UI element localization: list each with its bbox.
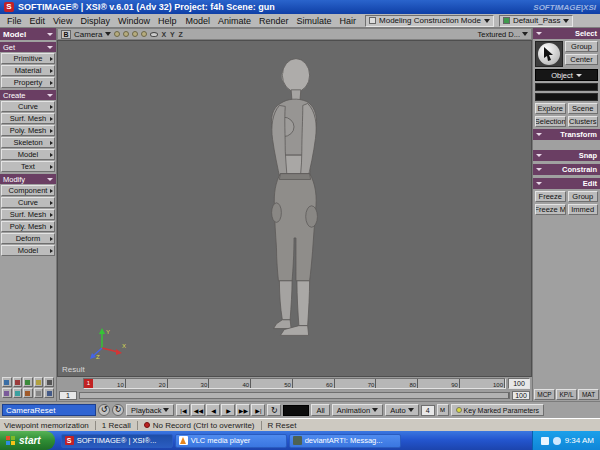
memo-cam-button[interactable] (141, 31, 147, 37)
chevron-down-icon (47, 94, 53, 97)
tool-icon[interactable] (34, 377, 44, 387)
timeline-ruler[interactable]: 1 102030405060708090100 (83, 378, 506, 389)
transport-button[interactable]: ▶▶ (236, 404, 250, 416)
toolbar-button[interactable]: Text (1, 161, 55, 172)
taskbar-app-xsi[interactable]: S SOFTIMAGE® | XSI®... (61, 434, 173, 448)
toolbar-button[interactable]: Curve (1, 197, 55, 208)
toolbar-button[interactable]: Poly. Mesh (1, 221, 55, 232)
panel-tab[interactable]: MCP (534, 389, 555, 400)
playback-menu-button[interactable]: Playback (126, 404, 174, 416)
key-marked-parameters-button[interactable]: Key Marked Parameters (451, 404, 544, 416)
module-menu-item[interactable]: Hair (336, 16, 361, 26)
transport-button[interactable]: ◀◀ (191, 404, 205, 416)
transport-button[interactable]: ▶ (221, 404, 235, 416)
module-menu-item[interactable]: Render (255, 16, 293, 26)
tool-icon[interactable] (2, 377, 12, 387)
memo-recall-button[interactable]: ↺ (98, 404, 110, 416)
tool-icon[interactable] (44, 388, 54, 398)
volume-icon[interactable] (553, 437, 561, 445)
toolbar-mode-dropdown[interactable]: Model (0, 28, 56, 40)
key-value-field[interactable]: 4 (421, 405, 435, 416)
menu-item[interactable]: File (3, 16, 26, 26)
selection-filter-dropdown[interactable]: Object (535, 69, 598, 81)
tool-icon[interactable] (34, 388, 44, 398)
menu-item[interactable]: Window (114, 16, 154, 26)
menu-item[interactable]: Help (154, 16, 181, 26)
camera-preset-field[interactable]: CameraReset (2, 404, 96, 416)
construction-mode-dropdown[interactable]: Modeling Construction Mode (365, 15, 494, 27)
loop-button[interactable]: ↻ (267, 404, 281, 416)
toolbar-button[interactable]: Surf. Mesh (1, 209, 55, 220)
toolbar-button[interactable]: Poly. Mesh (1, 125, 55, 136)
toolbar-button[interactable]: Model (1, 149, 55, 160)
transport-button[interactable]: ▶| (251, 404, 265, 416)
all-button[interactable]: All (311, 404, 329, 416)
end-frame-field[interactable]: 100 (508, 378, 530, 389)
middle-mouse-hint: No Record (Ctrl to overwrite) (144, 421, 255, 430)
toolbar-button[interactable]: Surf. Mesh (1, 113, 55, 124)
system-tray[interactable]: 9:34 AM (532, 431, 600, 450)
memo-cam-button[interactable] (114, 31, 120, 37)
playhead-flag[interactable]: 1 (84, 379, 93, 388)
start-button[interactable]: start (0, 431, 55, 450)
viewport-id-button[interactable]: B (61, 30, 71, 39)
transport-button[interactable]: |◀ (176, 404, 190, 416)
memo-cam-button[interactable] (123, 31, 129, 37)
module-menu-item[interactable]: Simulate (293, 16, 336, 26)
selection-button[interactable]: Selection (535, 116, 566, 127)
panel-tab[interactable]: KP/L (556, 389, 577, 400)
immed-button[interactable]: Immed (568, 204, 599, 215)
memo-cam-button[interactable] (132, 31, 138, 37)
range-start-field[interactable]: 1 (59, 391, 77, 400)
tool-icon[interactable] (44, 377, 54, 387)
range-slider-thumb[interactable] (80, 393, 509, 398)
toolbar-button[interactable]: Primitive (1, 53, 55, 64)
module-menu-item[interactable]: Model (181, 16, 214, 26)
selection-display-field[interactable] (535, 83, 598, 91)
render-pass-dropdown[interactable]: Default_Pass (499, 15, 574, 27)
freeze-m-button[interactable]: Freeze M (535, 204, 566, 215)
taskbar-app-deviantart[interactable]: deviantART!: Messag... (289, 434, 401, 448)
select-tool-trackball[interactable] (535, 41, 563, 67)
title-bar[interactable]: S SOFTIMAGE® | XSI® v.6.01 (Adv 32) Proj… (0, 0, 600, 14)
visibility-eye-icon[interactable] (150, 32, 158, 37)
panel-tab[interactable]: MAT (578, 389, 599, 400)
range-end-field[interactable]: 100 (512, 391, 530, 400)
animation-menu-button[interactable]: Animation (332, 404, 383, 416)
tool-icon[interactable] (2, 388, 12, 398)
camera-viewport[interactable]: Y X Z Result (57, 40, 532, 377)
shading-mode-dropdown[interactable]: Textured D... (477, 30, 528, 39)
mark-button[interactable]: M (437, 404, 449, 416)
axis-toggle-labels[interactable]: X Y Z (161, 31, 183, 38)
transport-button[interactable]: ◀ (206, 404, 220, 416)
menu-item[interactable]: View (49, 16, 76, 26)
toolbar-button[interactable]: Curve (1, 101, 55, 112)
tray-icon[interactable] (541, 437, 549, 445)
camera-view-menu[interactable]: Camera (74, 30, 102, 39)
center-button[interactable]: Center (565, 54, 598, 65)
menu-item[interactable]: Edit (26, 16, 50, 26)
range-slider[interactable] (79, 392, 510, 399)
toolbar-button[interactable]: Property (1, 77, 55, 88)
selection-display-field[interactable] (535, 93, 598, 101)
explore-button[interactable]: Explore (535, 103, 566, 114)
menu-item[interactable]: Display (76, 16, 114, 26)
taskbar-app-vlc[interactable]: VLC media player (175, 434, 287, 448)
tool-icon[interactable] (13, 377, 23, 387)
group-button[interactable]: Group (565, 41, 598, 52)
scene-button[interactable]: Scene (568, 103, 599, 114)
tool-icon[interactable] (23, 377, 33, 387)
toolbar-button[interactable]: Skeleton (1, 137, 55, 148)
memo-save-button[interactable]: ↻ (112, 404, 124, 416)
edit-group-button[interactable]: Group (568, 191, 599, 202)
freeze-button[interactable]: Freeze (535, 191, 566, 202)
toolbar-button[interactable]: Material (1, 65, 55, 76)
toolbar-button[interactable]: Model (1, 245, 55, 256)
module-menu-item[interactable]: Animate (214, 16, 255, 26)
clusters-button[interactable]: Clusters (568, 116, 599, 127)
toolbar-button[interactable]: Component (1, 185, 55, 196)
tool-icon[interactable] (13, 388, 23, 398)
auto-key-dropdown[interactable]: Auto (385, 404, 418, 416)
tool-icon[interactable] (23, 388, 33, 398)
toolbar-button[interactable]: Deform (1, 233, 55, 244)
